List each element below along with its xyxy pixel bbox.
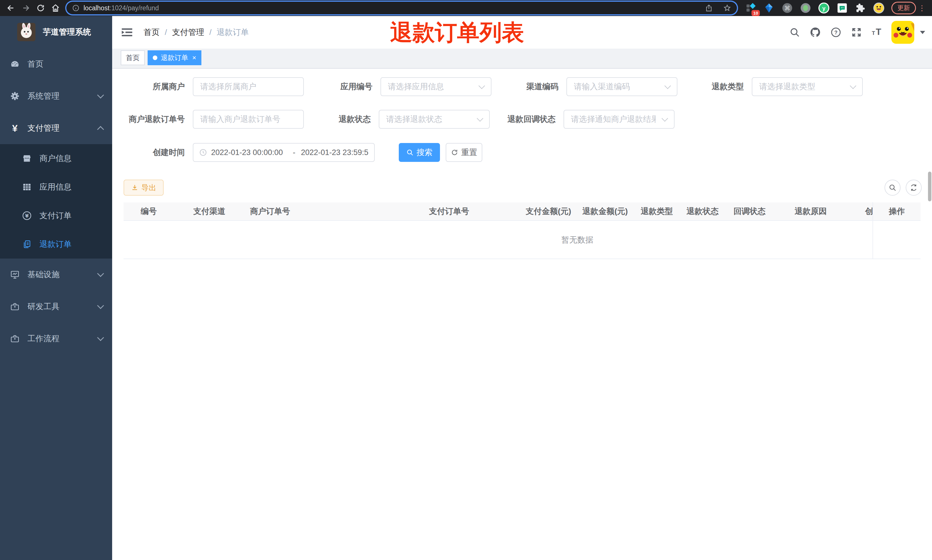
table-refresh-button[interactable] (906, 180, 922, 195)
sidebar-logo-row[interactable]: 芋道管理系统 (0, 16, 112, 48)
user-avatar[interactable] (891, 21, 914, 44)
extension-command-icon[interactable]: ⌘ (781, 2, 793, 14)
column-header[interactable]: 支付渠道 (188, 206, 244, 217)
browser-forward-icon[interactable] (18, 0, 33, 16)
sidebar-item-merchant-info[interactable]: 商户信息 (0, 144, 112, 173)
breadcrumb-pay[interactable]: 支付管理 (172, 27, 204, 38)
date-end-value: 2022-01-23 23:59:59 (301, 148, 368, 157)
github-icon[interactable] (809, 26, 821, 38)
date-start-value: 2022-01-23 00:00:00 (211, 148, 287, 157)
browser-home-icon[interactable] (48, 0, 63, 16)
monitor-chart-icon (10, 269, 20, 280)
sidebar-item-app-info[interactable]: 应用信息 (0, 173, 112, 202)
profile-emoji-icon[interactable] (873, 2, 884, 14)
chevron-down-icon (477, 115, 483, 122)
reset-button[interactable]: 重置 (446, 143, 482, 162)
notify-status-select[interactable] (564, 110, 675, 129)
download-icon (131, 184, 138, 191)
column-header-actions[interactable]: 操作 (872, 202, 921, 220)
sidebar-item-system[interactable]: 系统管理 (0, 80, 112, 112)
sidebar-item-pay[interactable]: ¥ 支付管理 (0, 112, 112, 144)
clock-icon (199, 148, 207, 157)
refund-status-select[interactable] (379, 110, 490, 129)
search-button[interactable]: 搜索 (399, 143, 440, 162)
browser-reload-icon[interactable] (33, 0, 48, 16)
sidebar-item-label: 研发工具 (28, 301, 98, 312)
avatar-caret-icon[interactable] (920, 31, 925, 34)
merchant-input[interactable] (193, 77, 304, 96)
extensions-puzzle-icon[interactable] (855, 2, 866, 14)
column-header[interactable]: 退款金额(元) (577, 206, 635, 217)
column-header[interactable]: 回调状态 (728, 206, 789, 217)
sidebar-item-infra[interactable]: 基础设施 (0, 258, 112, 291)
sidebar-item-pay-order[interactable]: ¥ 支付订单 (0, 202, 112, 230)
sidebar-item-workflow[interactable]: 工作流程 (0, 323, 112, 355)
share-icon[interactable] (705, 4, 713, 12)
scrollbar-thumb[interactable] (928, 172, 931, 202)
column-header[interactable]: 支付订单号 (423, 206, 520, 217)
bookmark-star-icon[interactable] (723, 4, 731, 12)
browser-back-icon[interactable] (3, 0, 18, 16)
extension-chat-icon[interactable] (837, 2, 848, 14)
search-icon (889, 184, 897, 192)
url-text: localhost:1024/pay/refund (83, 4, 705, 12)
merchant-refund-no-input[interactable] (193, 110, 304, 129)
gear-icon (10, 91, 20, 101)
briefcase-icon (10, 334, 20, 344)
extension-tiles-icon[interactable]: 10 (745, 2, 757, 14)
column-header[interactable]: 商户订单号 (244, 206, 423, 217)
sidebar-item-label: 应用信息 (40, 182, 72, 192)
chevron-down-icon (97, 334, 104, 341)
filter-label: 应用编号 (309, 77, 372, 96)
sidebar-item-home[interactable]: 首页 (0, 48, 112, 80)
column-header[interactable]: 支付金额(元) (520, 206, 577, 217)
sidebar-toggle-icon[interactable] (121, 26, 133, 38)
url-bar[interactable]: localhost:1024/pay/refund (66, 2, 737, 14)
tag-refund-order[interactable]: 退款订单 × (148, 50, 201, 65)
extension-yuque-icon[interactable]: y (818, 2, 830, 14)
fullscreen-icon[interactable] (850, 26, 863, 38)
help-icon[interactable]: ? (830, 26, 842, 38)
browser-update-button[interactable]: 更新 (891, 2, 916, 14)
refresh-icon (451, 149, 458, 156)
tag-label: 首页 (126, 53, 140, 62)
page-content: 所属商户 应用编号 渠道编码 退款类型 商户退款订单号 (112, 69, 932, 560)
channel-select[interactable] (566, 77, 677, 96)
svg-text:⌘: ⌘ (784, 5, 791, 12)
dashboard-icon (10, 59, 20, 69)
export-button[interactable]: 导出 (124, 180, 164, 195)
sidebar-item-label: 支付管理 (28, 123, 98, 134)
extension-green-dot-icon[interactable] (800, 2, 811, 14)
create-time-range-picker[interactable]: 2022-01-23 00:00:00 - 2022-01-23 23:59:5… (193, 143, 375, 162)
chevron-down-icon (97, 270, 104, 277)
column-header[interactable]: 编号 (124, 206, 188, 217)
tag-close-icon[interactable]: × (192, 54, 196, 61)
extension-kite-icon[interactable] (763, 2, 775, 14)
tag-home[interactable]: 首页 (121, 50, 145, 65)
filter-label: 渠道编码 (495, 77, 558, 96)
search-icon (406, 149, 414, 156)
sidebar-item-devtools[interactable]: 研发工具 (0, 291, 112, 323)
font-size-icon[interactable]: TT (871, 26, 883, 38)
header-search-icon[interactable] (788, 26, 801, 38)
sidebar-item-refund-order[interactable]: 退款订单 (0, 230, 112, 258)
column-header[interactable]: 退款类型 (635, 206, 681, 217)
sidebar-item-label: 商户信息 (40, 153, 72, 164)
breadcrumb-separator: / (165, 28, 167, 37)
app-logo (17, 23, 35, 41)
breadcrumb-separator: / (209, 28, 212, 37)
navbar-actions: ? TT (788, 16, 925, 49)
app-select[interactable] (380, 77, 491, 96)
refund-type-select[interactable] (752, 77, 863, 96)
svg-text:?: ? (834, 29, 837, 35)
browser-menu-icon[interactable]: ⋮ (918, 4, 926, 12)
document-icon (22, 239, 32, 249)
sidebar-item-label: 支付订单 (40, 210, 72, 221)
navbar: 首页 / 支付管理 / 退款订单 ? (112, 16, 932, 49)
column-header[interactable]: 退款状态 (681, 206, 728, 217)
column-header[interactable]: 退款原因 (789, 206, 859, 217)
column-header-clipped[interactable]: 创建时间 (859, 206, 872, 217)
table-search-toggle-button[interactable] (884, 180, 901, 195)
breadcrumb-home[interactable]: 首页 (144, 27, 160, 38)
site-info-icon[interactable] (72, 4, 80, 12)
